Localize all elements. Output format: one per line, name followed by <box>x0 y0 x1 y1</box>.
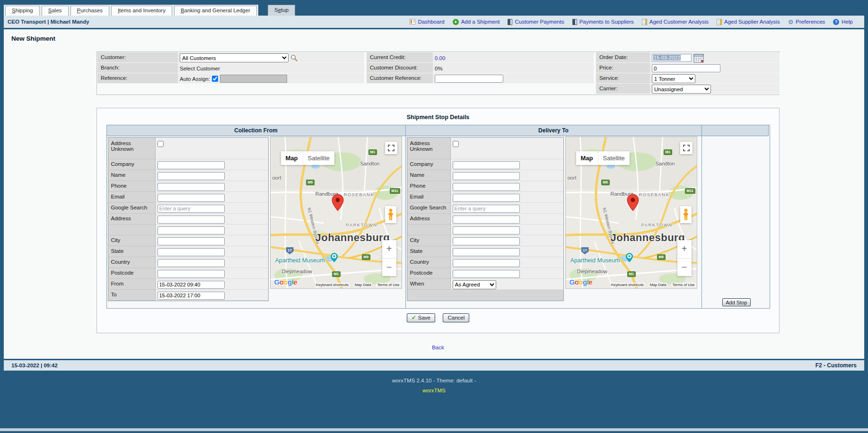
toolbar-add-a-shipment[interactable]: +Add a Shipment <box>453 19 500 25</box>
toolbar-aged-customer-analysis[interactable]: Aged Customer Analysis <box>642 19 709 25</box>
carrier-select[interactable]: Unassigned <box>652 85 711 94</box>
delivery-email-input[interactable] <box>453 194 520 202</box>
collection-from-input[interactable] <box>158 281 225 289</box>
zoom-in-button[interactable]: + <box>382 240 396 259</box>
toolbar-customer-payments[interactable]: Customer Payments <box>508 19 564 25</box>
zoom-in-button[interactable]: + <box>677 240 692 259</box>
delivery-state-input[interactable] <box>453 248 520 256</box>
terms-of-use-link[interactable]: Terms of Use <box>671 283 695 287</box>
email-label: Email <box>407 192 451 203</box>
save-button[interactable]: ✓Save <box>407 313 435 322</box>
toolbar-label: Help <box>842 19 853 25</box>
pegman-control[interactable] <box>385 206 396 223</box>
collection-company-input[interactable] <box>158 161 225 169</box>
add-stop-button[interactable]: Add Stop <box>722 298 750 306</box>
status-shortcut: F2 - Customers <box>815 362 857 369</box>
bottom-edge-strip <box>0 428 868 431</box>
customer-search-icon[interactable] <box>290 54 298 61</box>
auto-assign-checkbox[interactable] <box>212 76 218 82</box>
collection-address1-input[interactable] <box>158 216 225 224</box>
postcode-label: Postcode <box>108 268 156 279</box>
toolbar-payments-to-suppliers[interactable]: Payments to Suppliers <box>572 19 634 25</box>
collection-country-input[interactable] <box>158 259 225 267</box>
delivery-postcode-input[interactable] <box>453 270 520 278</box>
map-marker[interactable] <box>627 194 639 214</box>
tab-shipping[interactable]: Shipping <box>5 6 40 16</box>
brand-link[interactable]: worxTMS <box>422 388 446 393</box>
zoom-out-button[interactable]: − <box>382 259 396 277</box>
delivery-when-select[interactable]: As Agreed <box>453 280 496 289</box>
city-label: City <box>108 235 156 246</box>
delivery-company-input[interactable] <box>453 161 520 169</box>
route-badge: M5 <box>601 180 610 185</box>
price-input[interactable] <box>652 64 720 72</box>
main-menu-tabbar: Shipping Sales Purchases Items and Inven… <box>4 4 864 16</box>
delivery-map[interactable]: M1 Sandton oort M5 Randburg ROSEBANK M11… <box>566 137 697 288</box>
page-content: New Shipment Customer: All Customers Bra… <box>4 29 864 359</box>
tab-sales[interactable]: Sales <box>42 6 69 16</box>
delivery-address-unknown-checkbox[interactable] <box>453 141 459 147</box>
toolbar-label: Add a Shipment <box>461 19 500 25</box>
map-data-link[interactable]: Map Data <box>354 283 372 287</box>
collection-email-input[interactable] <box>158 194 225 202</box>
map-button[interactable]: Map <box>281 151 303 165</box>
delivery-address1-input[interactable] <box>453 216 520 224</box>
collection-panel: Address Unknown Company Name Phone Email… <box>107 136 406 308</box>
shipment-header-form: Customer: All Customers Branch: Select C… <box>96 52 780 95</box>
order-date-input[interactable]: 15-03-2022 <box>652 54 692 62</box>
collection-address-unknown-checkbox[interactable] <box>158 141 164 147</box>
keyboard-shortcuts-link[interactable]: Keyboard shortcuts <box>315 283 350 287</box>
collection-phone-input[interactable] <box>158 183 225 191</box>
collection-map[interactable]: M1 Sandton oort M5 Randburg ROSEBANK M11… <box>271 137 402 288</box>
delivery-city-input[interactable] <box>453 237 520 245</box>
collection-state-input[interactable] <box>158 248 225 256</box>
collection-postcode-input[interactable] <box>158 270 225 278</box>
map-data-link[interactable]: Map Data <box>649 283 667 287</box>
collection-google-search-input[interactable] <box>158 205 225 213</box>
map-marker[interactable] <box>332 194 344 214</box>
pegman-control[interactable] <box>680 206 692 223</box>
postcode-label: Postcode <box>407 268 451 279</box>
terms-of-use-link[interactable]: Terms of Use <box>376 283 400 287</box>
tab-items-and-inventory[interactable]: Items and Inventory <box>111 6 172 16</box>
map-button[interactable]: Map <box>576 151 598 165</box>
toolbar-help[interactable]: ?Help <box>833 19 853 25</box>
delivery-country-input[interactable] <box>453 259 520 267</box>
when-label: When <box>407 279 451 290</box>
delivery-name-input[interactable] <box>453 172 520 180</box>
tab-banking-and-general-ledger[interactable]: Banking and General Ledger <box>174 6 257 16</box>
tab-setup[interactable]: Setup <box>268 5 295 16</box>
satellite-button[interactable]: Satellite <box>303 151 334 165</box>
tab-purchases[interactable]: Purchases <box>70 6 109 16</box>
back-link[interactable]: Back <box>432 345 444 350</box>
fullscreen-button[interactable] <box>680 142 693 154</box>
customer-reference-label: Customer Reference: <box>367 73 433 84</box>
company-label: Company <box>407 159 451 170</box>
delivery-phone-input[interactable] <box>453 183 520 191</box>
country-label: Country <box>108 257 156 268</box>
map-label-oort: oort <box>272 175 281 181</box>
toolbar-preferences[interactable]: ⚙Preferences <box>788 19 825 25</box>
delivery-address2-input[interactable] <box>453 226 520 234</box>
customer-reference-input[interactable] <box>435 75 503 83</box>
delivery-fields: Address Unknown Company Name Phone Email… <box>407 137 564 301</box>
satellite-button[interactable]: Satellite <box>598 151 630 165</box>
cancel-button[interactable]: Cancel <box>443 313 469 322</box>
keyboard-shortcuts-link[interactable]: Keyboard shortcuts <box>610 283 645 287</box>
map-label-suburb: Diepmeadow <box>577 268 607 274</box>
delivery-google-search-input[interactable] <box>453 205 520 213</box>
collection-city-input[interactable] <box>158 237 225 245</box>
map-attribution: Keyboard shortcuts Map Data Terms of Use <box>610 283 696 287</box>
service-select[interactable]: 1 Tonner <box>652 74 695 83</box>
customer-select[interactable]: All Customers <box>180 53 289 62</box>
toolbar-dashboard[interactable]: Dashboard <box>410 19 444 25</box>
calendar-icon[interactable] <box>693 53 704 63</box>
fullscreen-button[interactable] <box>385 142 397 154</box>
collection-name-input[interactable] <box>158 172 225 180</box>
collection-address2-input[interactable] <box>158 226 225 234</box>
customer-group: Customer: All Customers Branch: Select C… <box>97 52 364 94</box>
zoom-out-button[interactable]: − <box>677 259 692 277</box>
state-label: State <box>407 246 451 257</box>
collection-to-input[interactable] <box>158 292 225 300</box>
toolbar-aged-supplier-analysis[interactable]: Aged Supplier Analysis <box>717 19 780 25</box>
